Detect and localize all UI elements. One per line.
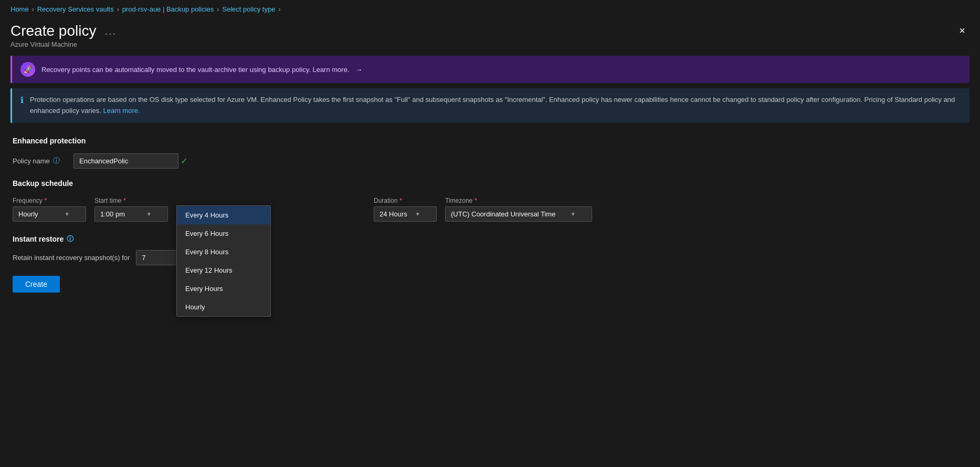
timezone-chevron-icon: ▾ xyxy=(572,211,575,217)
page-title: Create policy xyxy=(10,23,96,39)
policy-name-input[interactable] xyxy=(73,153,178,169)
page-header: Create policy ... Azure Virtual Machine … xyxy=(0,18,980,50)
page-subtitle: Azure Virtual Machine xyxy=(10,40,120,48)
start-time-label: Start time * xyxy=(94,197,168,204)
start-time-value: 1:00 pm xyxy=(100,210,125,218)
breadcrumb-backup-policies[interactable]: prod-rsv-aue | Backup policies xyxy=(122,5,214,13)
duration-dropdown[interactable]: 24 Hours ▾ xyxy=(374,206,437,222)
start-time-required: * xyxy=(123,197,126,204)
page-title-group: Create policy ... Azure Virtual Machine xyxy=(10,23,120,48)
create-button[interactable]: Create xyxy=(13,276,60,293)
interval-option-hourly[interactable]: Hourly xyxy=(177,298,270,316)
duration-value: 24 Hours xyxy=(380,210,407,218)
banner-purple-text: Recovery points can be automatically mov… xyxy=(41,66,362,74)
start-time-dropdown[interactable]: 1:00 pm ▾ xyxy=(94,206,168,222)
frequency-chevron-icon: ▾ xyxy=(66,211,69,217)
timezone-field-group: Timezone * (UTC) Coordinated Universal T… xyxy=(445,197,592,222)
rocket-icon: 🚀 xyxy=(20,62,35,77)
interval-dropdown-wrapper: Every 4 Hours ▾ Every 4 Hours Every 6 Ho… xyxy=(176,205,260,222)
interval-option-every12hours[interactable]: Every 12 Hours xyxy=(177,261,270,279)
timezone-label: Timezone * xyxy=(445,197,592,204)
interval-option-everyhours[interactable]: Every Hours xyxy=(177,279,270,298)
timezone-dropdown[interactable]: (UTC) Coordinated Universal Time ▾ xyxy=(445,206,592,222)
frequency-value: Hourly xyxy=(18,210,38,218)
breadcrumb-sep-4: › xyxy=(278,6,280,13)
duration-dropdown-wrapper: 24 Hours ▾ xyxy=(374,206,437,222)
schedule-fields-row: Frequency * Hourly ▾ Start time * 1:00 p… xyxy=(13,196,967,222)
frequency-field-group: Frequency * Hourly ▾ xyxy=(13,197,86,222)
frequency-label: Frequency * xyxy=(13,197,86,204)
timezone-required: * xyxy=(475,197,477,204)
interval-field-group: Every 4 Hours ▾ Every 4 Hours Every 6 Ho… xyxy=(176,196,260,222)
interval-dropdown-popup: Every 4 Hours Every 6 Hours Every 8 Hour… xyxy=(176,205,271,317)
frequency-dropdown[interactable]: Hourly ▾ xyxy=(13,206,86,222)
policy-name-input-group: ✓ xyxy=(73,153,187,169)
breadcrumb-sep-2: › xyxy=(117,6,119,13)
breadcrumb-sep-1: › xyxy=(32,6,34,13)
duration-chevron-icon: ▾ xyxy=(416,211,419,217)
frequency-dropdown-wrapper: Hourly ▾ xyxy=(13,206,86,222)
instant-restore-info-icon[interactable]: ⓘ xyxy=(67,234,73,244)
timezone-value: (UTC) Coordinated Universal Time xyxy=(451,210,555,218)
policy-name-row: Policy name ⓘ ✓ xyxy=(13,153,967,169)
archive-learn-more-link[interactable]: → xyxy=(353,66,362,74)
form-content: Enhanced protection Policy name ⓘ ✓ Back… xyxy=(0,127,980,298)
timezone-dropdown-wrapper: (UTC) Coordinated Universal Time ▾ xyxy=(445,206,592,222)
breadcrumb-sep-3: › xyxy=(217,6,219,13)
enhanced-protection-title: Enhanced protection xyxy=(13,137,967,145)
ellipsis-button[interactable]: ... xyxy=(101,24,120,38)
instant-restore-row: Retain instant recovery snapshot(s) for … xyxy=(13,250,967,265)
instant-restore-section: Instant restore ⓘ Retain instant recover… xyxy=(13,234,967,265)
duration-label: Duration * xyxy=(374,197,437,204)
interval-option-every4hours[interactable]: Every 4 Hours xyxy=(177,206,270,224)
policy-name-info-icon[interactable]: ⓘ xyxy=(53,156,60,165)
backup-schedule-title: Backup schedule xyxy=(13,179,967,188)
breadcrumb-recovery-vaults[interactable]: Recovery Services vaults xyxy=(37,5,114,13)
interval-option-every8hours[interactable]: Every 8 Hours xyxy=(177,243,270,261)
breadcrumb: Home › Recovery Services vaults › prod-r… xyxy=(0,0,980,18)
policy-name-check-icon: ✓ xyxy=(181,156,187,166)
duration-required: * xyxy=(399,197,402,204)
enhanced-policy-learn-more-link[interactable]: Learn more. xyxy=(103,107,140,115)
duration-field-group: Duration * 24 Hours ▾ xyxy=(374,197,437,222)
banner-blue-text: Protection operations are based on the O… xyxy=(30,95,961,117)
interval-label xyxy=(176,196,260,203)
breadcrumb-home[interactable]: Home xyxy=(10,5,29,13)
snapshot-days-value: 7 xyxy=(142,254,145,262)
info-icon: ℹ xyxy=(20,95,24,105)
archive-tier-banner: 🚀 Recovery points can be automatically m… xyxy=(10,56,970,83)
start-time-field-group: Start time * 1:00 pm ▾ xyxy=(94,197,168,222)
instant-restore-title: Instant restore ⓘ xyxy=(13,234,967,244)
frequency-required: * xyxy=(45,197,47,204)
close-button[interactable]: × xyxy=(955,23,970,39)
enhanced-policy-info-banner: ℹ Protection operations are based on the… xyxy=(10,88,970,123)
policy-name-label: Policy name ⓘ xyxy=(13,156,65,165)
breadcrumb-select-policy-type[interactable]: Select policy type xyxy=(222,5,275,13)
retain-snapshot-label: Retain instant recovery snapshot(s) for xyxy=(13,254,130,262)
start-time-dropdown-wrapper: 1:00 pm ▾ xyxy=(94,206,168,222)
start-time-chevron-icon: ▾ xyxy=(147,211,151,217)
interval-option-every6hours[interactable]: Every 6 Hours xyxy=(177,224,270,243)
